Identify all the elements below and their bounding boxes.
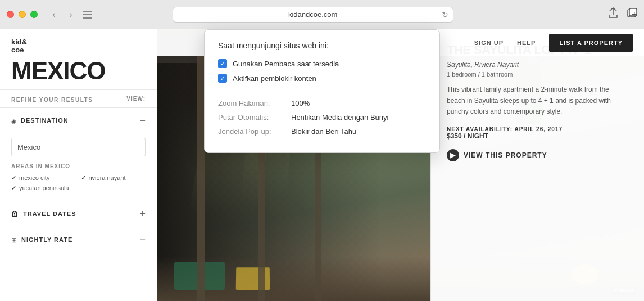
destination-input[interactable] [11, 138, 146, 156]
view-property-label: VIEW THIS PROPERTY [464, 151, 547, 159]
rate-icon [11, 235, 17, 245]
calendar-icon: 🗓 [11, 210, 19, 218]
popup-value: Blokir dan Beri Tahu [291, 127, 356, 136]
check-icon: ✓ [11, 184, 17, 192]
travel-dates-filter-left: 🗓 TRAVEL DATES [11, 210, 76, 218]
area-name: yucatan peninsula [19, 185, 69, 191]
popup-title: Saat mengunjungi situs web ini: [218, 41, 426, 50]
destination-filter-toggle[interactable]: − [139, 115, 146, 127]
svg-rect-2 [83, 17, 92, 19]
view-label: VIEW: [126, 96, 146, 102]
traffic-lights [7, 11, 38, 18]
nav-buttons: ‹ › [47, 7, 78, 22]
popup-label: Jendela Pop-up: [218, 127, 291, 136]
checkbox-1[interactable]: ✓ [218, 74, 227, 83]
popup-setting-zoom: Zoom Halaman: 100% [218, 99, 426, 107]
fullscreen-button[interactable] [30, 11, 38, 18]
area-name: riviera nayarit [89, 174, 126, 181]
minimize-button[interactable] [19, 11, 26, 18]
autoplay-value: Hentikan Media dengan Bunyi [291, 113, 388, 122]
areas-label: AREAS IN MEXICO [11, 163, 146, 169]
destination-filter-left: DESTINATION [11, 115, 69, 125]
zoom-label: Zoom Halaman: [218, 99, 291, 107]
travel-dates-filter: 🗓 TRAVEL DATES + [0, 201, 157, 227]
areas-grid: ✓ mexico city ✓ riviera nayarit ✓ yucata… [11, 174, 146, 192]
area-item-yucatan[interactable]: ✓ yucatan peninsula [11, 184, 76, 192]
nightly-rate-filter-toggle[interactable]: − [139, 234, 146, 246]
svg-rect-0 [83, 11, 92, 12]
destination-filter-body: AREAS IN MEXICO ✓ mexico city ✓ riviera … [0, 133, 157, 201]
destination-icon [11, 115, 16, 125]
popup-setting-popup: Jendela Pop-up: Blokir dan Beri Tahu [218, 127, 426, 136]
view-property-button[interactable]: ▶ VIEW THIS PROPERTY [447, 149, 628, 161]
back-button[interactable]: ‹ [47, 7, 61, 22]
checkbox-row-1: ✓ Aktifkan pemblokir konten [218, 74, 426, 83]
travel-dates-filter-header[interactable]: 🗓 TRAVEL DATES + [0, 201, 157, 227]
popup-setting-autoplay: Putar Otomatis: Hentikan Media dengan Bu… [218, 113, 426, 122]
area-name: mexico city [19, 174, 49, 181]
nav-sign-up[interactable]: SIGN UP [474, 39, 504, 46]
check-icon: ✓ [81, 174, 87, 182]
property-panel: THE SAYULITA LOFT Nº 1 Sayulita, Riviera… [430, 29, 644, 301]
destination-filter-header[interactable]: DESTINATION − [0, 108, 157, 133]
url-bar[interactable]: kidandcoe.com ↻ [173, 7, 453, 23]
travel-dates-filter-title: TRAVEL DATES [23, 210, 76, 217]
forward-button[interactable]: › [64, 7, 78, 22]
refresh-button[interactable]: ↻ [442, 10, 448, 19]
area-item-mexico-city[interactable]: ✓ mexico city [11, 174, 76, 182]
url-text: kidandcoe.com [288, 10, 337, 19]
checkbox-row-0: ✓ Gunakan Pembaca saat tersedia [218, 59, 426, 68]
view-property-icon: ▶ [447, 149, 459, 161]
checkbox-label-0: Gunakan Pembaca saat tersedia [233, 60, 339, 68]
nightly-rate-filter-header[interactable]: NIGHTLY RATE − [0, 227, 157, 253]
property-rooms: 1 bedroom / 1 bathroom [447, 71, 628, 78]
share-button[interactable] [608, 7, 618, 21]
nav-list-property-button[interactable]: LIST A PROPERTY [549, 34, 633, 52]
close-button[interactable] [7, 11, 14, 18]
site-logo: kid& coe [11, 38, 146, 55]
property-price: $350 / NIGHT [447, 132, 628, 140]
popup-divider [218, 91, 426, 91]
nightly-rate-filter-left: NIGHTLY RATE [11, 235, 72, 245]
nightly-rate-filter-title: NIGHTLY RATE [21, 236, 72, 243]
sidebar-toggle-button[interactable] [80, 7, 95, 22]
site-header: kid& coe MEXICO [0, 29, 157, 90]
area-item-riviera[interactable]: ✓ riviera nayarit [81, 174, 146, 182]
new-tab-plus-button[interactable]: + [631, 8, 637, 20]
browser-chrome: ‹ › kidandcoe.com ↻ + [0, 0, 644, 29]
nightly-rate-filter: NIGHTLY RATE − [0, 227, 157, 253]
zoom-value: 100% [291, 99, 310, 107]
travel-dates-filter-toggle[interactable]: + [139, 208, 146, 220]
property-availability: NEXT AVAILABILITY: APRIL 26, 2017 [447, 126, 628, 132]
nav-help[interactable]: HELP [517, 39, 536, 46]
check-icon: ✓ [220, 60, 225, 68]
property-location: Sayulita, Riviera Nayarit [447, 61, 628, 69]
checkbox-0[interactable]: ✓ [218, 59, 227, 68]
svg-rect-1 [83, 14, 92, 15]
refine-label: REFINE YOUR RESULTS [11, 97, 93, 103]
refine-row: REFINE YOUR RESULTS VIEW: [0, 90, 157, 108]
sidebar: kid& coe MEXICO REFINE YOUR RESULTS VIEW… [0, 29, 157, 301]
autoplay-label: Putar Otomatis: [218, 113, 291, 122]
check-icon: ✓ [11, 174, 17, 182]
destination-filter-title: DESTINATION [21, 117, 69, 124]
page-title: MEXICO [11, 57, 146, 85]
destination-filter: DESTINATION − AREAS IN MEXICO ✓ mexico c… [0, 108, 157, 201]
reader-settings-popup: Saat mengunjungi situs web ini: ✓ Gunaka… [204, 29, 440, 153]
property-description: This vibrant family apartment a 2-minute… [447, 84, 628, 117]
check-icon: ✓ [220, 75, 225, 82]
checkbox-label-1: Aktifkan pemblokir konten [233, 74, 316, 83]
